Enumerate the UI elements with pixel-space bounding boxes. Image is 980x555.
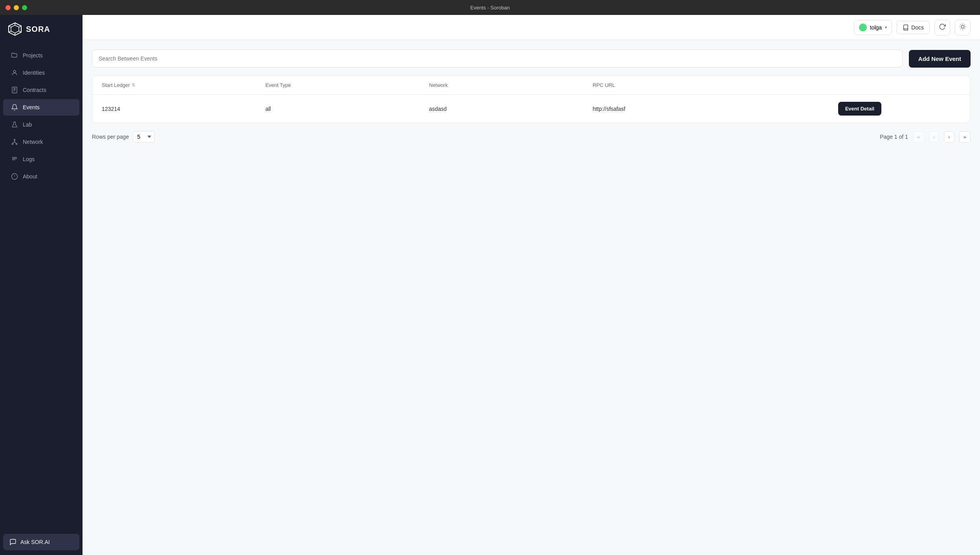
chevron-down-icon: ▾ bbox=[885, 25, 887, 29]
cell-start-ledger: 123214 bbox=[102, 106, 265, 112]
cell-action: Event Detail bbox=[838, 102, 961, 116]
sort-icon: ⇅ bbox=[132, 83, 135, 88]
add-event-button[interactable]: Add New Event bbox=[909, 50, 971, 68]
svg-line-17 bbox=[960, 24, 961, 25]
svg-point-10 bbox=[14, 139, 15, 140]
sidebar-item-lab[interactable]: Lab bbox=[3, 116, 79, 133]
svg-line-18 bbox=[965, 28, 965, 29]
window-controls bbox=[6, 5, 27, 10]
col-start-ledger[interactable]: Start Ledger ⇅ bbox=[102, 82, 265, 88]
sidebar-item-network[interactable]: Network bbox=[3, 134, 79, 150]
sidebar-item-label: Network bbox=[23, 139, 43, 145]
book-icon bbox=[903, 24, 909, 31]
theme-toggle-button[interactable] bbox=[955, 20, 971, 35]
sidebar-item-label: Contracts bbox=[23, 87, 46, 93]
refresh-button[interactable] bbox=[934, 20, 950, 35]
svg-point-11 bbox=[12, 143, 13, 145]
sidebar-item-logs[interactable]: Logs bbox=[3, 151, 79, 167]
info-icon bbox=[11, 173, 18, 180]
header: tolga ▾ Docs bbox=[83, 15, 980, 40]
col-action bbox=[838, 82, 961, 88]
main-content: Add New Event Start Ledger ⇅ Event Type … bbox=[83, 40, 980, 555]
col-network: Network bbox=[429, 82, 593, 88]
col-rpc-url: RPC URL bbox=[593, 82, 838, 88]
logs-icon bbox=[11, 156, 18, 163]
ask-ai-button[interactable]: Ask SOR.AI bbox=[3, 534, 79, 550]
search-add-row: Add New Event bbox=[92, 50, 971, 68]
user-selector[interactable]: tolga ▾ bbox=[854, 20, 892, 35]
event-detail-button[interactable]: Event Detail bbox=[838, 102, 881, 116]
logo: SORA bbox=[0, 15, 83, 43]
sidebar-item-label: Logs bbox=[23, 156, 35, 162]
sidebar-item-label: Projects bbox=[23, 52, 43, 59]
contracts-icon bbox=[11, 86, 18, 94]
avatar bbox=[859, 24, 867, 31]
cell-rpc-url: http://sfsafasf bbox=[593, 106, 838, 112]
events-table: Start Ledger ⇅ Event Type Network RPC UR… bbox=[92, 75, 971, 123]
app-layout: SORA Projects Identities bbox=[0, 15, 980, 555]
sidebar-item-about[interactable]: About bbox=[3, 168, 79, 185]
titlebar: Events - Soroban bbox=[0, 0, 980, 15]
chat-icon bbox=[9, 538, 17, 546]
docs-label: Docs bbox=[911, 24, 924, 31]
rows-per-page-select[interactable]: 5 10 20 50 bbox=[133, 131, 155, 143]
rows-per-page-control: Rows per page 5 10 20 50 bbox=[92, 131, 155, 143]
sidebar-nav: Projects Identities Contracts bbox=[0, 43, 83, 529]
sidebar-item-events[interactable]: Events bbox=[3, 99, 79, 116]
maximize-button[interactable] bbox=[22, 5, 27, 10]
flask-icon bbox=[11, 121, 18, 128]
sidebar-item-projects[interactable]: Projects bbox=[3, 47, 79, 64]
cell-event-type: all bbox=[265, 106, 429, 112]
sidebar-item-identities[interactable]: Identities bbox=[3, 64, 79, 81]
pagination: Rows per page 5 10 20 50 Page 1 of 1 « ‹… bbox=[92, 123, 971, 144]
sidebar-bottom: Ask SOR.AI bbox=[0, 529, 83, 555]
sidebar: SORA Projects Identities bbox=[0, 15, 83, 555]
bell-icon bbox=[11, 104, 18, 111]
svg-point-8 bbox=[13, 70, 16, 73]
sun-icon bbox=[959, 23, 966, 30]
close-button[interactable] bbox=[6, 5, 11, 10]
logo-text: SORA bbox=[26, 25, 50, 34]
ask-ai-label: Ask SOR.AI bbox=[20, 539, 50, 545]
svg-rect-9 bbox=[12, 87, 17, 93]
sidebar-item-label: Identities bbox=[23, 70, 45, 76]
svg-line-21 bbox=[960, 28, 961, 29]
next-page-button[interactable]: › bbox=[944, 131, 954, 143]
add-event-label: Add New Event bbox=[918, 55, 961, 62]
cell-network: asdasd bbox=[429, 106, 593, 112]
docs-button[interactable]: Docs bbox=[897, 21, 930, 34]
user-name: tolga bbox=[870, 24, 882, 31]
svg-line-22 bbox=[965, 24, 965, 25]
refresh-icon bbox=[939, 23, 946, 30]
page-info-controls: Page 1 of 1 « ‹ › » bbox=[880, 131, 971, 143]
last-page-button[interactable]: » bbox=[959, 131, 971, 143]
window-title: Events - Soroban bbox=[470, 5, 510, 11]
sidebar-item-label: About bbox=[23, 173, 37, 180]
network-icon bbox=[11, 138, 18, 145]
content-wrapper: tolga ▾ Docs bbox=[83, 15, 980, 555]
svg-marker-1 bbox=[11, 25, 19, 33]
prev-page-button[interactable]: ‹ bbox=[929, 131, 939, 143]
sidebar-item-label: Events bbox=[23, 104, 40, 110]
search-input[interactable] bbox=[92, 50, 903, 68]
svg-point-14 bbox=[961, 25, 964, 28]
logo-icon bbox=[8, 22, 22, 36]
table-header: Start Ledger ⇅ Event Type Network RPC UR… bbox=[92, 76, 970, 95]
folder-icon bbox=[11, 52, 18, 59]
rows-per-page-label: Rows per page bbox=[92, 134, 129, 140]
svg-point-12 bbox=[16, 143, 17, 145]
page-info-text: Page 1 of 1 bbox=[880, 134, 908, 140]
table-row: 123214 all asdasd http://sfsafasf Event … bbox=[92, 95, 970, 123]
first-page-button[interactable]: « bbox=[913, 131, 924, 143]
col-event-type: Event Type bbox=[265, 82, 429, 88]
minimize-button[interactable] bbox=[14, 5, 19, 10]
user-icon bbox=[11, 69, 18, 76]
sidebar-item-contracts[interactable]: Contracts bbox=[3, 82, 79, 98]
sidebar-item-label: Lab bbox=[23, 121, 32, 128]
